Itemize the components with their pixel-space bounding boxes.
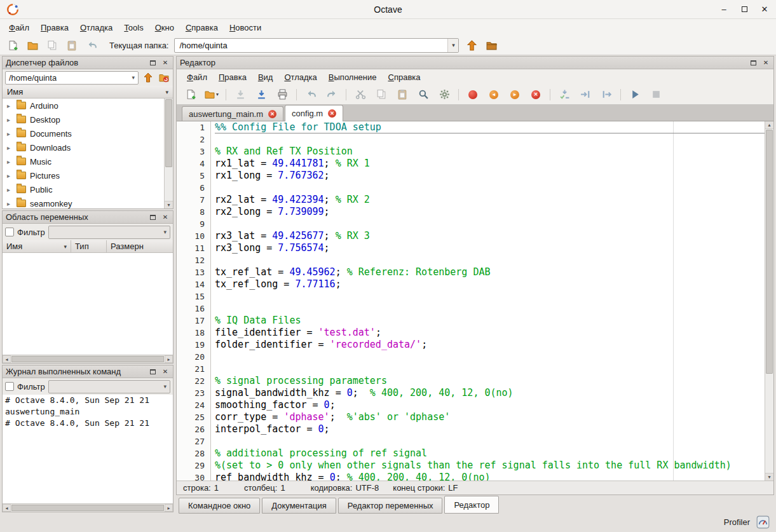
close-icon[interactable]: ✕ xyxy=(161,58,170,67)
menu-item-Файл[interactable]: Файл xyxy=(181,71,213,84)
undock-icon[interactable] xyxy=(148,367,157,376)
code-line-9[interactable] xyxy=(215,218,765,230)
file-tree-scrollbar[interactable]: ▾ xyxy=(164,99,173,208)
line-number[interactable]: 16 xyxy=(177,303,210,315)
menu-item-Справка[interactable]: Справка xyxy=(180,21,224,34)
profiler-icon[interactable] xyxy=(756,515,770,529)
next-breakpoint-button[interactable]: ▸ xyxy=(508,88,522,102)
line-number[interactable]: 22 xyxy=(177,375,210,387)
line-number[interactable]: 9 xyxy=(177,218,210,230)
history-header[interactable]: Журнал выполненных команд ✕ xyxy=(3,365,173,378)
browse-directory-button[interactable] xyxy=(484,38,498,52)
scrollbar-thumb[interactable] xyxy=(165,99,172,167)
scroll-left-icon[interactable]: ◂ xyxy=(3,355,11,363)
history-hscrollbar[interactable]: ◂ ▸ xyxy=(3,503,173,512)
redo-button[interactable] xyxy=(325,88,339,102)
filter-combo[interactable]: ▾ xyxy=(48,380,170,393)
line-number[interactable]: 25 xyxy=(177,411,210,423)
line-number[interactable]: 10 xyxy=(177,230,210,242)
line-number[interactable]: 14 xyxy=(177,278,210,290)
line-number[interactable]: 8 xyxy=(177,206,210,218)
close-icon[interactable]: ✕ xyxy=(161,367,170,376)
line-number[interactable]: 23 xyxy=(177,387,210,399)
code-line-18[interactable]: file_identifier = 'test.dat'; xyxy=(215,327,765,339)
profiler[interactable]: Profiler xyxy=(724,515,770,529)
code-line-21[interactable] xyxy=(215,363,765,375)
scrollbar-thumb[interactable] xyxy=(11,505,164,511)
line-number[interactable]: 7 xyxy=(177,194,210,206)
paste-button[interactable] xyxy=(65,38,79,52)
menu-item-Выполнение[interactable]: Выполнение xyxy=(323,71,383,84)
line-number[interactable]: 12 xyxy=(177,254,210,266)
code-line-1[interactable]: %% Config File for TDOA setup xyxy=(215,121,765,133)
find-button[interactable] xyxy=(416,88,430,102)
scrollbar-thumb[interactable] xyxy=(11,356,164,362)
filter-checkbox[interactable] xyxy=(5,382,14,391)
column-header-Размерн[interactable]: Размерн xyxy=(107,240,173,252)
menu-item-Правка[interactable]: Правка xyxy=(35,21,74,34)
view-tab-Редактор переменных[interactable]: Редактор переменных xyxy=(338,498,443,514)
line-number[interactable]: 13 xyxy=(177,266,210,278)
current-folder-input[interactable] xyxy=(175,41,447,50)
code-line-19[interactable]: folder_identifier = 'recorded_data/'; xyxy=(215,339,765,351)
line-number[interactable]: 5 xyxy=(177,170,210,182)
line-number[interactable]: 11 xyxy=(177,242,210,254)
line-number[interactable]: 1 xyxy=(177,121,210,133)
expand-arrow-icon[interactable]: ▸ xyxy=(7,172,13,179)
code-line-10[interactable]: rx3_lat = 49.425677; % RX 3 xyxy=(215,230,765,242)
menu-item-Окно[interactable]: Окно xyxy=(149,21,180,34)
line-number[interactable]: 6 xyxy=(177,182,210,194)
filter-checkbox[interactable] xyxy=(5,228,14,236)
file-browser-header[interactable]: Диспетчер файлов ✕ xyxy=(3,57,173,69)
cut-button[interactable] xyxy=(353,88,367,102)
save-as-button[interactable] xyxy=(254,88,268,102)
sync-browser-dir-button[interactable] xyxy=(158,71,170,84)
editor-scrollbar[interactable]: ▴ ▾ xyxy=(765,121,773,481)
code-line-15[interactable] xyxy=(215,290,765,303)
close-tab-icon[interactable]: ✕ xyxy=(328,109,336,118)
file-tree-item-Documents[interactable]: ▸Documents xyxy=(3,126,164,140)
file-browser-path-combo[interactable]: /home/quinta ▾ xyxy=(5,71,139,85)
menu-item-Справка[interactable]: Справка xyxy=(383,71,426,84)
code-line-5[interactable]: rx1_long = 7.767362; xyxy=(215,170,765,182)
code-line-29[interactable]: %(set to > 0 only when other signals tha… xyxy=(215,460,765,472)
chevron-down-icon[interactable]: ▾ xyxy=(447,39,458,52)
file-tree-item-Desktop[interactable]: ▸Desktop xyxy=(3,113,164,126)
print-button[interactable] xyxy=(275,88,289,102)
line-number[interactable]: 19 xyxy=(177,339,210,351)
line-numbers[interactable]: 1234567891011121314151617181920212223242… xyxy=(177,121,211,481)
expand-arrow-icon[interactable]: ▸ xyxy=(7,144,13,151)
view-tab-Редактор[interactable]: Редактор xyxy=(444,496,499,514)
code-line-30[interactable]: ref_bandwidth_khz = 0; % 400, 200, 40, 1… xyxy=(215,472,765,481)
expand-arrow-icon[interactable]: ▸ xyxy=(7,116,13,123)
file-tree-item-seamonkey[interactable]: ▸seamonkey xyxy=(3,196,164,208)
open-button[interactable] xyxy=(25,38,39,52)
menu-item-Отладка[interactable]: Отладка xyxy=(278,71,322,84)
scroll-left-icon[interactable]: ◂ xyxy=(3,504,11,512)
file-tree-item-Music[interactable]: ▸Music xyxy=(3,154,164,168)
minimize-button[interactable]: – xyxy=(719,4,729,14)
chevron-down-icon[interactable]: ▾ xyxy=(216,92,219,97)
close-button[interactable]: ✕ xyxy=(759,4,770,14)
remove-breakpoints-button[interactable]: ✕ xyxy=(529,88,543,102)
editor-tab-auswertung_main.m[interactable]: auswertung_main.m✕ xyxy=(182,106,283,121)
menu-item-Tools[interactable]: Tools xyxy=(118,21,149,34)
line-number[interactable]: 26 xyxy=(177,423,210,435)
expand-arrow-icon[interactable]: ▸ xyxy=(7,158,13,165)
menu-item-Отладка[interactable]: Отладка xyxy=(74,21,118,34)
code-line-12[interactable] xyxy=(215,254,765,266)
file-tree-item-Public[interactable]: ▸Public xyxy=(3,182,164,196)
undock-icon[interactable] xyxy=(148,213,157,221)
code-line-17[interactable]: % IQ Data Files xyxy=(215,315,765,327)
workspace-header[interactable]: Область переменных ✕ xyxy=(3,211,173,224)
toggle-breakpoint-button[interactable] xyxy=(466,88,480,102)
copy-button[interactable] xyxy=(45,38,59,52)
line-number[interactable]: 20 xyxy=(177,351,210,363)
column-header-Имя[interactable]: Имя▾ xyxy=(3,240,71,252)
expand-arrow-icon[interactable]: ▸ xyxy=(7,102,13,109)
expand-arrow-icon[interactable]: ▸ xyxy=(7,200,13,207)
open-file-button[interactable]: ▾ xyxy=(205,88,219,102)
line-number[interactable]: 29 xyxy=(177,460,210,472)
workspace-hscrollbar[interactable]: ◂ ▸ xyxy=(3,355,173,363)
code-line-22[interactable]: % signal processing parameters xyxy=(215,375,765,387)
